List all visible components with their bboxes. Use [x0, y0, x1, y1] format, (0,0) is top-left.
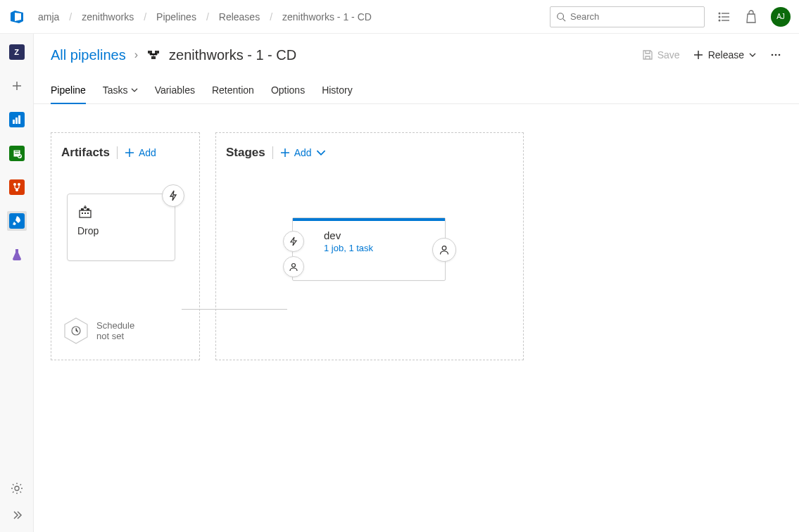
chevron-down-icon: [316, 148, 326, 158]
svg-rect-8: [13, 120, 15, 124]
divider: [117, 146, 118, 159]
tab-retention[interactable]: Retention: [212, 76, 254, 103]
rail-boards[interactable]: [7, 110, 27, 129]
svg-point-15: [15, 486, 19, 490]
artifacts-panel: Artifacts Add: [51, 132, 200, 360]
breadcrumb-item[interactable]: zenithworks - 1 - CD: [282, 11, 372, 23]
more-menu[interactable]: [769, 49, 782, 61]
branch-icon: [12, 182, 22, 192]
artifacts-title: Artifacts: [61, 146, 110, 160]
lightning-icon: [168, 190, 179, 201]
svg-rect-23: [81, 208, 84, 210]
pipeline-canvas: Artifacts Add: [34, 104, 799, 532]
left-nav-rail: Z: [0, 34, 34, 532]
rail-repos[interactable]: [7, 144, 27, 163]
add-label: Add: [139, 147, 156, 158]
title-row: All pipelines › zenithworks - 1 - CD Sav…: [34, 34, 799, 76]
stage-name: dev: [324, 229, 414, 241]
svg-point-20: [775, 54, 777, 56]
svg-rect-10: [18, 115, 20, 124]
svg-point-6: [719, 16, 720, 18]
search-box[interactable]: [550, 6, 705, 27]
build-artifact-icon: [77, 204, 93, 220]
tabs: Pipeline Tasks Variables Retention Optio…: [34, 76, 799, 104]
rail-project[interactable]: Z: [7, 42, 27, 62]
expand-icon[interactable]: [10, 508, 24, 522]
artifact-card[interactable]: Drop: [67, 194, 175, 261]
tab-history[interactable]: History: [322, 76, 353, 103]
main-content: All pipelines › zenithworks - 1 - CD Sav…: [34, 34, 799, 532]
svg-point-12: [13, 183, 16, 186]
clock-icon: [70, 325, 82, 336]
svg-point-19: [772, 54, 774, 56]
svg-rect-24: [87, 208, 89, 210]
chevron-right-icon: ›: [134, 49, 138, 61]
svg-rect-18: [151, 56, 156, 59]
pre-deployment-approvers-button[interactable]: [283, 256, 304, 277]
tab-label: Tasks: [103, 84, 128, 96]
breadcrumb-item[interactable]: Pipelines: [156, 11, 196, 23]
plus-icon: [280, 148, 290, 158]
svg-rect-27: [87, 213, 89, 214]
svg-rect-17: [155, 51, 159, 53]
tab-pipeline[interactable]: Pipeline: [51, 76, 86, 103]
rail-add[interactable]: [7, 76, 27, 96]
rail-pipelines-old[interactable]: [7, 177, 27, 197]
header-actions: AJ: [550, 6, 791, 27]
divider: [272, 146, 273, 159]
artifact-name: Drop: [77, 225, 165, 236]
stages-title: Stages: [226, 146, 265, 160]
stage-jobs-link[interactable]: 1 job, 1 task: [324, 243, 414, 253]
stage-card[interactable]: dev 1 job, 1 task: [292, 217, 446, 281]
stages-panel: Stages Add: [215, 132, 524, 360]
add-artifact-button[interactable]: Add: [125, 147, 156, 158]
svg-rect-25: [82, 213, 83, 214]
list-icon[interactable]: [717, 10, 731, 24]
svg-point-14: [15, 189, 18, 191]
lightning-icon: [289, 236, 298, 246]
shopping-bag-icon[interactable]: [744, 10, 758, 24]
svg-point-21: [779, 54, 781, 56]
pre-deployment-conditions-button[interactable]: [283, 231, 304, 252]
save-button[interactable]: Save: [642, 49, 680, 61]
avatar[interactable]: AJ: [771, 7, 791, 27]
tab-variables[interactable]: Variables: [155, 76, 195, 103]
svg-point-31: [442, 246, 446, 251]
add-stage-button[interactable]: Add: [280, 147, 326, 158]
tab-tasks[interactable]: Tasks: [103, 76, 138, 103]
repo-icon: [12, 148, 22, 158]
post-deployment-button[interactable]: [432, 238, 456, 262]
rail-pipelines[interactable]: [7, 211, 27, 231]
breadcrumb-separator: /: [270, 11, 272, 23]
person-icon: [439, 244, 450, 255]
tab-options[interactable]: Options: [271, 76, 305, 103]
azure-devops-logo[interactable]: [8, 8, 25, 25]
svg-point-30: [292, 264, 296, 267]
breadcrumb-item[interactable]: amja: [38, 11, 59, 23]
all-pipelines-link[interactable]: All pipelines: [51, 47, 126, 63]
rocket-icon: [11, 215, 23, 227]
release-pipeline-icon: [146, 48, 161, 62]
schedule-text-2: not set: [96, 331, 134, 341]
person-icon: [289, 262, 298, 272]
save-label: Save: [658, 49, 680, 61]
plus-icon: [11, 80, 23, 92]
schedule-status[interactable]: Schedule not set: [64, 317, 134, 344]
gear-icon[interactable]: [10, 481, 24, 495]
rail-test-plans[interactable]: [7, 245, 27, 265]
svg-line-1: [563, 18, 566, 21]
svg-point-0: [558, 13, 564, 19]
search-input[interactable]: [570, 11, 698, 22]
pipeline-name: zenithworks - 1 - CD: [169, 47, 296, 63]
artifact-trigger-button[interactable]: [162, 184, 184, 207]
breadcrumb-separator: /: [206, 11, 209, 23]
breadcrumb-separator: /: [69, 11, 72, 23]
chevron-down-icon: [131, 87, 138, 94]
breadcrumb-separator: /: [144, 11, 146, 23]
breadcrumb-item[interactable]: Releases: [219, 11, 260, 23]
save-icon: [642, 49, 653, 61]
release-button[interactable]: Release: [693, 49, 757, 61]
svg-point-5: [719, 13, 720, 14]
plus-icon: [693, 49, 704, 61]
breadcrumb-item[interactable]: zenithworks: [82, 11, 134, 23]
